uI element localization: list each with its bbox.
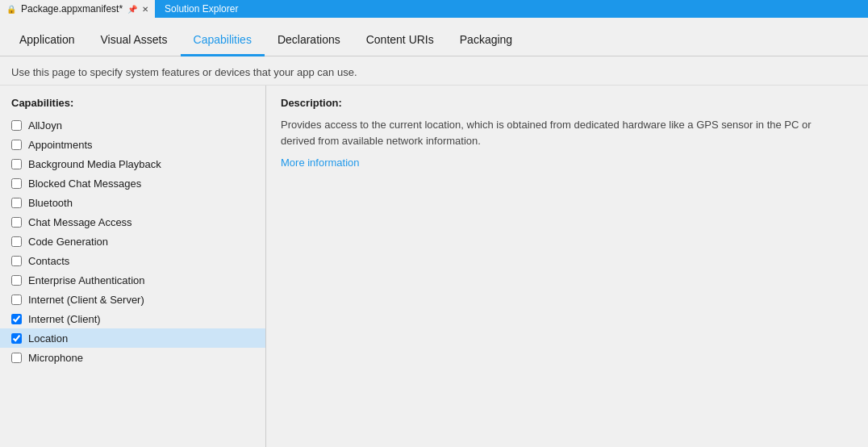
active-document-tab[interactable]: 🔒 Package.appxmanifest* 📌 ✕: [0, 0, 155, 18]
tab-declarations[interactable]: Declarations: [265, 25, 353, 56]
checkbox-microphone[interactable]: [11, 353, 22, 363]
checkbox-background-media[interactable]: [11, 159, 22, 169]
capability-contacts[interactable]: Contacts: [0, 251, 265, 270]
active-tab-label: Package.appxmanifest*: [21, 3, 123, 15]
tab-visual-assets[interactable]: Visual Assets: [88, 25, 181, 56]
capability-blocked-chat[interactable]: Blocked Chat Messages: [0, 173, 265, 193]
capability-bluetooth[interactable]: Bluetooth: [0, 193, 265, 212]
checkbox-bluetooth[interactable]: [11, 198, 22, 208]
tab-navigation: Application Visual Assets Capabilities D…: [0, 18, 868, 56]
two-column-layout: Capabilities: AllJoyn Appointments Backg…: [0, 86, 868, 447]
checkbox-internet-client-server[interactable]: [11, 295, 22, 305]
description-header: Description:: [281, 97, 853, 109]
capability-background-media[interactable]: Background Media Playback: [0, 154, 265, 173]
description-text: Provides access to the current location,…: [281, 117, 829, 148]
capability-internet-client[interactable]: Internet (Client): [0, 309, 265, 328]
tab-packaging[interactable]: Packaging: [447, 25, 525, 56]
pin-icon[interactable]: 📌: [127, 5, 137, 14]
checkbox-alljoyn[interactable]: [11, 120, 22, 131]
capability-chat-message-access[interactable]: Chat Message Access: [0, 212, 265, 232]
capability-enterprise-auth[interactable]: Enterprise Authentication: [0, 270, 265, 290]
checkbox-contacts[interactable]: [11, 256, 22, 266]
tab-capabilities[interactable]: Capabilities: [181, 25, 265, 56]
solution-explorer-tab[interactable]: Solution Explorer: [155, 0, 248, 18]
checkbox-chat-message-access[interactable]: [11, 217, 22, 228]
checkbox-location[interactable]: [11, 333, 22, 344]
left-panel: Capabilities: AllJoyn Appointments Backg…: [0, 86, 266, 447]
right-panel: Description: Provides access to the curr…: [266, 86, 868, 447]
capability-alljoyn[interactable]: AllJoyn: [0, 115, 265, 135]
checkbox-code-generation[interactable]: [11, 236, 22, 247]
checkbox-internet-client[interactable]: [11, 314, 22, 324]
tab-application[interactable]: Application: [6, 25, 88, 56]
capability-microphone[interactable]: Microphone: [0, 348, 265, 367]
capabilities-header: Capabilities:: [0, 86, 265, 115]
solution-explorer-label: Solution Explorer: [165, 3, 238, 15]
close-tab-button[interactable]: ✕: [142, 5, 148, 14]
more-information-link[interactable]: More information: [281, 157, 360, 169]
main-content: Application Visual Assets Capabilities D…: [0, 18, 868, 447]
checkbox-blocked-chat[interactable]: [11, 178, 22, 189]
capability-location[interactable]: Location: [0, 328, 265, 348]
page-description: Use this page to specify system features…: [0, 56, 868, 86]
capability-code-generation[interactable]: Code Generation: [0, 232, 265, 251]
checkbox-appointments[interactable]: [11, 140, 22, 150]
tab-content-uris[interactable]: Content URIs: [353, 25, 447, 56]
document-icon: 🔒: [6, 5, 16, 14]
capability-internet-client-server[interactable]: Internet (Client & Server): [0, 290, 265, 309]
capability-appointments[interactable]: Appointments: [0, 135, 265, 154]
title-bar: 🔒 Package.appxmanifest* 📌 ✕ Solution Exp…: [0, 0, 868, 18]
checkbox-enterprise-auth[interactable]: [11, 275, 22, 286]
capabilities-list: AllJoyn Appointments Background Media Pl…: [0, 115, 265, 447]
